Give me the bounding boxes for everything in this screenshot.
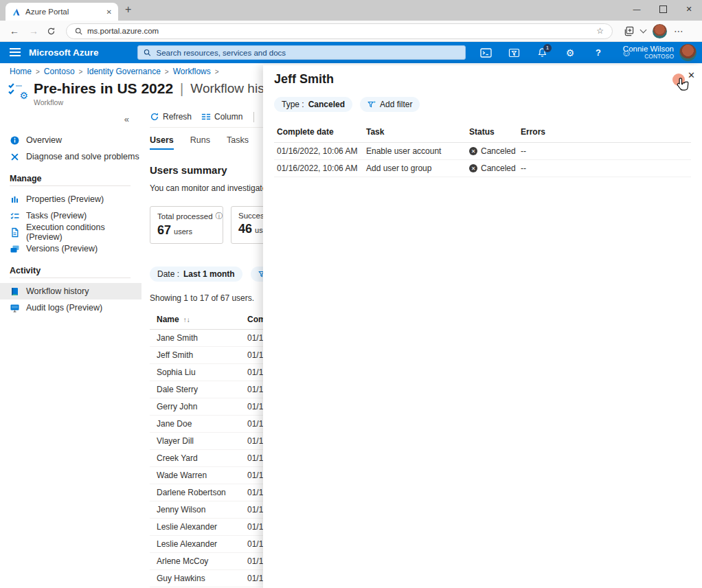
browser-menu-icon[interactable]: ⋯ bbox=[674, 25, 683, 36]
sidebar-item-properties[interactable]: Properties (Preview) bbox=[0, 191, 141, 207]
url-text: ms.portal.azure.com bbox=[87, 27, 159, 35]
browser-refresh-button[interactable] bbox=[47, 27, 59, 36]
user-name-cell[interactable]: Leslie Alexander bbox=[157, 522, 247, 532]
divider bbox=[10, 278, 131, 278]
sidebar-section-activity: Activity bbox=[10, 266, 141, 275]
refresh-button[interactable]: Refresh bbox=[150, 112, 192, 122]
column-button[interactable]: Column bbox=[201, 112, 242, 122]
breadcrumb-link-home[interactable]: Home bbox=[10, 67, 32, 76]
type-filter-pill[interactable]: Type : Canceled bbox=[274, 97, 352, 112]
notifications-icon[interactable]: 1 bbox=[536, 47, 548, 59]
canceled-icon: ✕ bbox=[469, 147, 477, 155]
sidebar-collapse-button[interactable]: « bbox=[124, 114, 129, 124]
sidebar-item-diagnose[interactable]: Diagnose and solve problems bbox=[0, 148, 141, 165]
page-title-bar: ⚙ Pre-hires in US 2022 | Workflow histor… bbox=[7, 80, 286, 106]
sidebar-item-audit-logs[interactable]: Audit logs (Preview) bbox=[0, 299, 141, 316]
breadcrumb-separator: > bbox=[79, 68, 83, 76]
user-name-cell[interactable]: Jane Smith bbox=[157, 333, 247, 343]
window-close-button[interactable]: ✕ bbox=[676, 0, 702, 18]
task-name-cell: Enable user account bbox=[366, 146, 469, 156]
search-icon bbox=[75, 27, 82, 35]
sidebar-item-tasks[interactable]: Tasks (Preview) bbox=[0, 207, 141, 224]
status-cell: ✕ Canceled bbox=[469, 163, 521, 173]
maximize-icon bbox=[659, 5, 667, 13]
info-icon[interactable]: ⓘ bbox=[216, 212, 223, 221]
user-name-cell[interactable]: Jeff Smith bbox=[157, 350, 247, 360]
column-header-status[interactable]: Status bbox=[469, 127, 521, 137]
breadcrumb-link-workflows[interactable]: Workflows bbox=[173, 67, 211, 76]
tasks-table: Complete date Task Status Errors 01/16/2… bbox=[274, 123, 691, 177]
user-name-cell[interactable]: Jenny Wilson bbox=[157, 505, 247, 514]
cloud-shell-icon[interactable] bbox=[479, 47, 492, 59]
favorite-star-icon[interactable]: ☆ bbox=[596, 26, 604, 36]
info-icon bbox=[10, 135, 20, 146]
search-icon bbox=[144, 49, 151, 56]
breadcrumb-link-identity-governance[interactable]: Identity Governance bbox=[87, 67, 160, 76]
forward-button[interactable]: → bbox=[27, 25, 40, 36]
user-org: CONTOSO bbox=[623, 54, 674, 60]
user-avatar[interactable] bbox=[679, 44, 697, 61]
columns-icon bbox=[201, 112, 211, 122]
help-icon[interactable]: ? bbox=[592, 47, 604, 59]
browser-profile-avatar[interactable] bbox=[653, 24, 667, 38]
user-name-cell[interactable]: Dale Sterry bbox=[157, 385, 247, 394]
user-name-cell[interactable]: Jane Doe bbox=[157, 419, 247, 429]
sidebar-item-execution-conditions[interactable]: Execution conditions (Preview) bbox=[0, 224, 141, 240]
user-name-cell[interactable]: Darlene Robertson bbox=[157, 488, 247, 497]
user-name-cell[interactable]: Guy Hawkins bbox=[157, 574, 247, 583]
window-maximize-button[interactable] bbox=[650, 0, 676, 18]
panel-title: Jeff Smith bbox=[274, 72, 691, 87]
tab-close-icon[interactable]: ✕ bbox=[106, 8, 112, 16]
window-minimize-button[interactable]: — bbox=[624, 0, 650, 18]
azure-brand[interactable]: Microsoft Azure bbox=[29, 47, 99, 58]
column-header-name[interactable]: Name↑↓ bbox=[157, 315, 247, 324]
browser-toolbar-right: ⋯ bbox=[624, 24, 683, 38]
user-name-cell[interactable]: Gerry John bbox=[157, 402, 247, 411]
url-bar[interactable]: ms.portal.azure.com ☆ bbox=[66, 23, 613, 39]
title-separator: | bbox=[180, 81, 183, 97]
sidebar-item-versions[interactable]: Versions (Preview) bbox=[0, 240, 141, 257]
status-cell: ✕ Canceled bbox=[469, 146, 521, 156]
user-name-cell[interactable]: Wade Warren bbox=[157, 471, 247, 480]
tab-title: Azure Portal bbox=[25, 8, 69, 16]
breadcrumb-link-contoso[interactable]: Contoso bbox=[44, 67, 75, 76]
add-filter-pill[interactable]: Add filter bbox=[360, 97, 420, 112]
successful-value: 46 bbox=[238, 222, 252, 236]
tab-tasks[interactable]: Tasks bbox=[227, 135, 249, 150]
user-name-cell[interactable]: Leslie Alexander bbox=[157, 539, 247, 549]
user-name-cell[interactable]: Vlayer Dill bbox=[157, 436, 247, 446]
user-name-cell[interactable]: Sophia Liu bbox=[157, 368, 247, 377]
sort-icon[interactable]: ↑↓ bbox=[183, 316, 190, 324]
task-row[interactable]: 01/16/2022, 10:06 AM Enable user account… bbox=[274, 143, 691, 160]
history-book-icon bbox=[10, 286, 20, 297]
sidebar-item-overview[interactable]: Overview bbox=[0, 132, 141, 148]
azure-search-box[interactable] bbox=[137, 45, 466, 60]
back-button[interactable]: ← bbox=[8, 25, 21, 36]
settings-gear-icon[interactable]: ⚙ bbox=[564, 47, 576, 59]
collections-icon[interactable] bbox=[624, 26, 634, 36]
task-row[interactable]: 01/16/2022, 10:06 AM Add user to group ✕… bbox=[274, 160, 691, 177]
versions-stack-icon bbox=[10, 244, 20, 254]
task-date-cell: 01/16/2022, 10:06 AM bbox=[277, 163, 366, 173]
column-header-errors[interactable]: Errors bbox=[521, 127, 691, 137]
new-tab-button[interactable]: + bbox=[125, 3, 131, 16]
directory-filter-icon[interactable] bbox=[508, 47, 520, 59]
chevron-down-icon[interactable] bbox=[640, 27, 647, 34]
date-filter-pill[interactable]: Date : Last 1 month bbox=[150, 267, 242, 282]
user-name-cell[interactable]: Arlene McCoy bbox=[157, 556, 247, 566]
column-header-task[interactable]: Task bbox=[366, 127, 469, 137]
bars-icon bbox=[10, 194, 20, 205]
azure-search-input[interactable] bbox=[155, 48, 460, 58]
tab-users[interactable]: Users bbox=[150, 135, 174, 150]
tab-runs[interactable]: Runs bbox=[190, 135, 210, 150]
hamburger-menu-icon[interactable] bbox=[10, 52, 21, 53]
column-header-complete-date[interactable]: Complete date bbox=[277, 127, 366, 137]
document-icon bbox=[10, 227, 20, 238]
user-name-cell[interactable]: Creek Yard bbox=[157, 453, 247, 463]
sidebar-item-workflow-history[interactable]: Workflow history bbox=[0, 283, 141, 299]
errors-cell: -- bbox=[521, 146, 691, 156]
notification-badge: 1 bbox=[543, 44, 552, 52]
browser-tab[interactable]: Azure Portal ✕ bbox=[5, 3, 118, 21]
account-menu[interactable]: Connie Wilson CONTOSO bbox=[623, 44, 697, 61]
azure-header-icons: 1 ⚙ ? ☺ bbox=[479, 42, 633, 63]
